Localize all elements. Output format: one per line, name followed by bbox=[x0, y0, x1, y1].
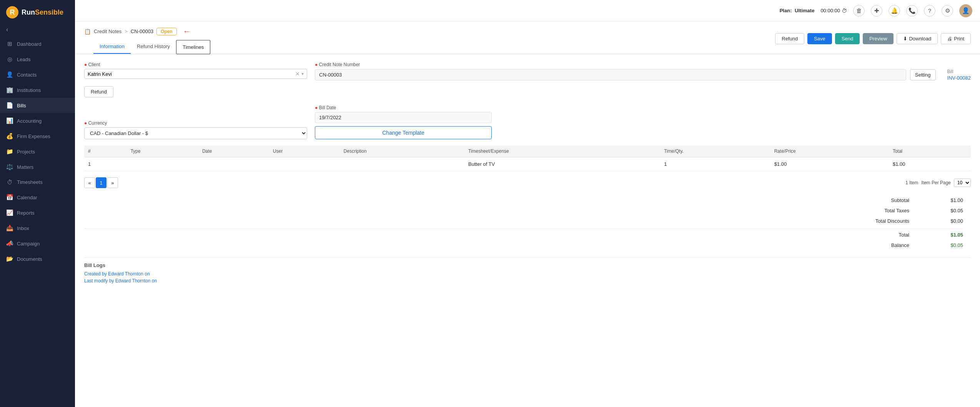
status-badge: Open bbox=[156, 28, 177, 35]
table-section: # Type Date User Description Timesheet/E… bbox=[84, 145, 971, 250]
tab-refund-history[interactable]: Refund History bbox=[131, 40, 176, 54]
bill-date-label: ● Bill Date bbox=[315, 105, 971, 110]
accounting-icon: 📊 bbox=[6, 117, 13, 124]
timer-icon: ⏱ bbox=[842, 8, 847, 14]
tab-information[interactable]: Information bbox=[93, 40, 131, 54]
logo-text: RunSensible bbox=[22, 8, 63, 17]
bill-date-display: 19/7/2022 bbox=[315, 112, 492, 123]
breadcrumb-parent[interactable]: Credit Notes bbox=[94, 28, 121, 34]
balance-row: Balance $0.05 bbox=[84, 241, 963, 250]
sidebar-item-projects[interactable]: 📁 Projects bbox=[0, 144, 75, 159]
table-header-row: # Type Date User Description Timesheet/E… bbox=[84, 145, 971, 157]
balance-value: $0.05 bbox=[932, 242, 963, 248]
client-input[interactable] bbox=[88, 71, 294, 77]
client-clear-icon[interactable]: ✕ bbox=[295, 71, 300, 77]
preview-button[interactable]: Preview bbox=[863, 33, 893, 44]
delete-button[interactable]: 🗑 bbox=[853, 5, 865, 17]
sidebar-item-bills[interactable]: 📄 Bills bbox=[0, 98, 75, 113]
save-button[interactable]: Save bbox=[807, 33, 832, 44]
breadcrumb-current: CN-00003 bbox=[131, 28, 153, 34]
per-page-label: Item Per Page bbox=[921, 180, 951, 185]
sidebar-label: Documents bbox=[17, 256, 42, 262]
sidebar-collapse-btn[interactable]: ‹ bbox=[0, 23, 75, 36]
sidebar-item-reports[interactable]: 📈 Reports bbox=[0, 205, 75, 220]
bill-date-req-indicator: ● bbox=[315, 105, 318, 110]
cell-user bbox=[269, 157, 340, 171]
per-page-select[interactable]: 10 25 50 bbox=[954, 178, 971, 187]
sidebar-label: Projects bbox=[17, 149, 35, 155]
app-logo[interactable]: R RunSensible bbox=[0, 0, 75, 23]
add-button[interactable]: ✚ bbox=[871, 5, 882, 17]
print-button[interactable]: 🖨 Print bbox=[941, 33, 971, 44]
bill-group: Bill INV-00082 bbox=[947, 69, 971, 81]
next-page-button[interactable]: » bbox=[107, 177, 118, 188]
help-button[interactable]: ? bbox=[924, 5, 935, 17]
total-row: Total $1.05 bbox=[84, 229, 963, 239]
refund-inline-button[interactable]: Refund bbox=[84, 86, 113, 97]
table-row: 1 Butter of TV 1 $1.00 $1.00 bbox=[84, 157, 971, 171]
page-header: 📋 Credit Notes > CN-00003 Open ← Informa… bbox=[75, 22, 980, 54]
setting-button[interactable]: Setting bbox=[910, 69, 935, 80]
currency-select[interactable]: CAD - Canadian Dollar - $ bbox=[84, 127, 307, 139]
sidebar-item-contacts[interactable]: 👤 Contacts bbox=[0, 67, 75, 82]
sidebar-label: Matters bbox=[17, 164, 33, 170]
items-count: 1 Item bbox=[905, 180, 918, 185]
sidebar-item-accounting[interactable]: 📊 Accounting bbox=[0, 113, 75, 128]
discounts-label: Total Discounts bbox=[855, 218, 909, 224]
cell-type bbox=[126, 157, 198, 171]
sidebar-label: Bills bbox=[17, 103, 26, 108]
sidebar-item-firm-expenses[interactable]: 💰 Firm Expenses bbox=[0, 128, 75, 144]
sidebar-label: Dashboard bbox=[17, 41, 42, 47]
total-label: Total bbox=[855, 232, 909, 238]
subtotal-label: Subtotal bbox=[855, 197, 909, 203]
settings-button[interactable]: ⚙ bbox=[942, 5, 953, 17]
col-date: Date bbox=[198, 145, 269, 157]
sidebar-item-dashboard[interactable]: ⊞ Dashboard bbox=[0, 36, 75, 52]
bill-date-group: ● Bill Date 19/7/2022 bbox=[315, 105, 971, 123]
notifications-button[interactable]: 🔔 bbox=[888, 5, 900, 17]
taxes-label: Total Taxes bbox=[855, 208, 909, 214]
items-table: # Type Date User Description Timesheet/E… bbox=[84, 145, 971, 171]
current-page-button[interactable]: 1 bbox=[96, 177, 106, 188]
credit-note-req-indicator: ● bbox=[315, 62, 318, 67]
col-description: Description bbox=[340, 145, 464, 157]
sidebar-item-matters[interactable]: ⚖️ Matters bbox=[0, 159, 75, 175]
send-button[interactable]: Send bbox=[835, 33, 860, 44]
sidebar-label: Inbox bbox=[17, 225, 29, 231]
client-input-wrapper: ✕ ▾ bbox=[84, 69, 307, 79]
sidebar-item-documents[interactable]: 📂 Documents bbox=[0, 251, 75, 267]
dashboard-icon: ⊞ bbox=[6, 40, 13, 47]
cell-time-qty: 1 bbox=[660, 157, 770, 171]
phone-button[interactable]: 📞 bbox=[906, 5, 918, 17]
invoice-link[interactable]: INV-00082 bbox=[947, 75, 971, 81]
sidebar-item-timesheets[interactable]: ⏱ Timesheets bbox=[0, 175, 75, 190]
sidebar-item-leads[interactable]: ◎ Leads bbox=[0, 52, 75, 67]
user-avatar[interactable]: 👤 bbox=[959, 4, 972, 17]
prev-page-button[interactable]: « bbox=[84, 177, 95, 188]
download-icon: ⬇ bbox=[903, 36, 907, 42]
logo-icon: R bbox=[6, 6, 18, 18]
sidebar-item-inbox[interactable]: 📥 Inbox bbox=[0, 220, 75, 236]
tab-timelines[interactable]: Timelines bbox=[176, 40, 210, 54]
change-template-button[interactable]: Change Template bbox=[315, 126, 492, 139]
form-area: ● Client ✕ ▾ ● Credit Note Number bbox=[75, 54, 980, 293]
col-rate: Rate/Price bbox=[770, 145, 889, 157]
download-button[interactable]: ⬇ Download bbox=[897, 33, 938, 44]
sidebar-label: Timesheets bbox=[17, 179, 43, 185]
subtotal-value: $1.00 bbox=[932, 197, 963, 203]
client-req-indicator: ● bbox=[84, 62, 87, 67]
sidebar-item-institutions[interactable]: 🏢 Institutions bbox=[0, 82, 75, 98]
total-value: $1.05 bbox=[932, 232, 963, 238]
timer-value: 00:00:00 bbox=[820, 8, 840, 13]
sidebar-item-calendar[interactable]: 📅 Calendar bbox=[0, 190, 75, 205]
refund-button[interactable]: Refund bbox=[775, 33, 804, 44]
projects-icon: 📁 bbox=[6, 148, 13, 155]
subtotal-row: Subtotal $1.00 bbox=[84, 196, 963, 205]
col-type: Type bbox=[126, 145, 198, 157]
matters-icon: ⚖️ bbox=[6, 163, 13, 170]
refund-inline-wrapper: Refund bbox=[84, 86, 971, 101]
credit-note-row: CN-00003 Setting Bill INV-00082 bbox=[315, 69, 971, 81]
bill-label: Bill bbox=[947, 69, 971, 74]
sidebar-item-campaign[interactable]: 📣 Campaign bbox=[0, 236, 75, 251]
client-dropdown-icon[interactable]: ▾ bbox=[301, 71, 304, 77]
